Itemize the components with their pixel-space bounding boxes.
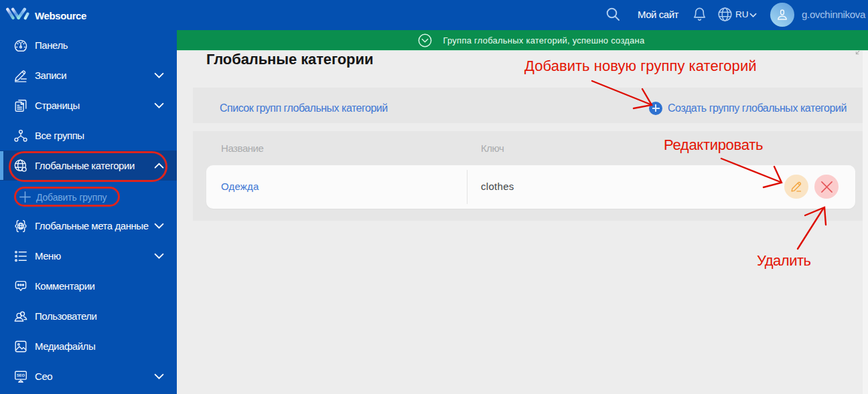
svg-text:SEO: SEO (17, 373, 25, 377)
